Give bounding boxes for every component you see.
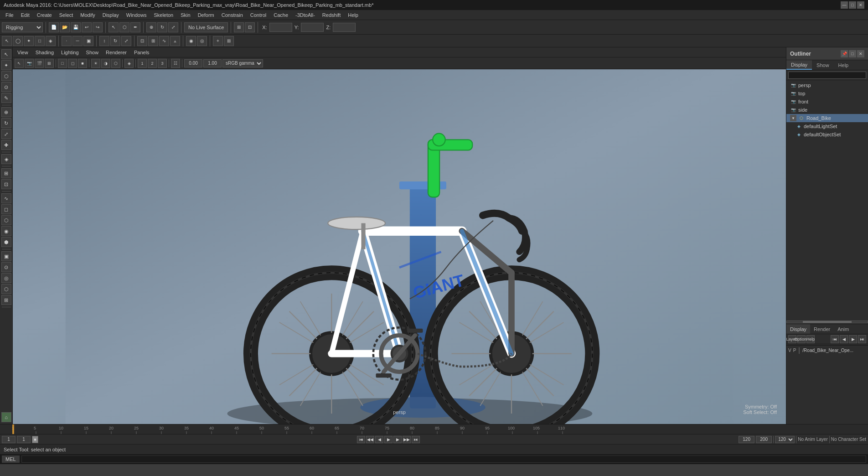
gamma-profile-select[interactable]: sRGB gamma Linear Log bbox=[222, 59, 263, 67]
rotate-button[interactable]: ↻ bbox=[157, 22, 167, 32]
light-button[interactable]: ◎ bbox=[1, 273, 11, 283]
paint-select-button[interactable]: ✦ bbox=[1, 60, 11, 70]
x-input[interactable] bbox=[269, 23, 292, 32]
vertex-select-button[interactable]: · bbox=[62, 36, 72, 46]
new-scene-button[interactable]: 📄 bbox=[49, 22, 59, 32]
play-button[interactable]: ▶ bbox=[384, 436, 393, 443]
open-scene-button[interactable]: 📂 bbox=[60, 22, 70, 32]
deform-button[interactable]: ⬢ bbox=[1, 237, 11, 247]
outliner-tab-display[interactable]: Display bbox=[786, 60, 812, 70]
vp-menu-shading[interactable]: Shading bbox=[33, 49, 57, 56]
menu-select[interactable]: Select bbox=[56, 11, 77, 19]
vp-shadow-btn[interactable]: ◑ bbox=[101, 59, 110, 68]
command-input[interactable] bbox=[21, 455, 866, 463]
snap-to-point-button[interactable]: ⊡ bbox=[137, 36, 147, 46]
next-frame-button[interactable]: ▶▶ bbox=[403, 436, 411, 443]
snap-to-curve-button[interactable]: ∿ bbox=[159, 36, 169, 46]
prev-key-button[interactable]: ⏮ bbox=[357, 436, 365, 443]
menu-windows[interactable]: Windows bbox=[123, 11, 150, 19]
undo-button[interactable]: ↩ bbox=[82, 22, 92, 32]
surface-button[interactable]: ◻ bbox=[1, 204, 11, 214]
rotate-tool-button[interactable]: ↻ bbox=[110, 36, 120, 46]
next-key-button[interactable]: ⏭ bbox=[412, 436, 420, 443]
outliner-item-road-bike[interactable]: ▼ ⬡ Road_Bike bbox=[786, 114, 868, 122]
menu-deform[interactable]: Deform bbox=[194, 11, 218, 19]
step-forward-button[interactable]: ▶ bbox=[393, 436, 402, 443]
lasso-button[interactable]: ⬡ bbox=[1, 71, 11, 81]
save-scene-button[interactable]: 💾 bbox=[71, 22, 81, 32]
vp-menu-renderer[interactable]: Renderer bbox=[103, 49, 129, 56]
vp-res3-btn[interactable]: 3 bbox=[158, 59, 167, 68]
plus-icon-button[interactable]: + bbox=[213, 36, 223, 46]
menu-skeleton[interactable]: Skeleton bbox=[150, 11, 177, 19]
vp-grid-btn[interactable]: ⊞ bbox=[45, 59, 54, 68]
outliner-tab-help[interactable]: Help bbox=[834, 60, 853, 70]
vp-show-all-btn[interactable]: ☷ bbox=[171, 59, 180, 68]
vp-film-btn[interactable]: 🎬 bbox=[35, 59, 44, 68]
vp-res2-btn[interactable]: 2 bbox=[148, 59, 157, 68]
layers-tab-display[interactable]: Display bbox=[786, 324, 810, 334]
move-button[interactable]: ⊕ bbox=[1, 107, 11, 117]
max-frame-input[interactable] bbox=[756, 436, 772, 443]
snap-grid-button[interactable]: ⊡ bbox=[245, 22, 255, 32]
maximize-button[interactable]: □ bbox=[849, 1, 856, 9]
vp-menu-show[interactable]: Show bbox=[83, 49, 102, 56]
show-manipulator-button[interactable]: ⊞ bbox=[1, 168, 11, 178]
outliner-scrollbar[interactable] bbox=[786, 320, 868, 324]
paint-tool-button[interactable]: ✒ bbox=[130, 22, 140, 32]
menu-display[interactable]: Display bbox=[99, 11, 123, 19]
start-frame-input[interactable] bbox=[2, 436, 16, 443]
expand-road-bike-button[interactable]: ▼ bbox=[790, 115, 796, 121]
snap-to-grid-button[interactable]: ⊞ bbox=[148, 36, 158, 46]
outliner-item-lightset[interactable]: ◈ defaultLightSet bbox=[786, 122, 868, 130]
vp-menu-view[interactable]: View bbox=[15, 49, 31, 56]
scroll-paint-button[interactable]: ⊙ bbox=[1, 82, 11, 92]
current-frame-input[interactable] bbox=[17, 436, 31, 443]
render-left-button[interactable]: ▣ bbox=[1, 251, 11, 261]
box-select-button[interactable]: □ bbox=[35, 36, 45, 46]
layers-nav1[interactable]: ⏮ bbox=[831, 335, 839, 343]
layers-nav4[interactable]: ⏭ bbox=[858, 335, 866, 343]
vp-lighting-btn[interactable]: ☀ bbox=[91, 59, 100, 68]
outliner-item-side[interactable]: 📷 side bbox=[786, 106, 868, 114]
paint-mode-button[interactable]: ✦ bbox=[24, 36, 34, 46]
camera-button[interactable]: ⊙ bbox=[1, 262, 11, 272]
arrow-icon-button[interactable]: ⊞ bbox=[224, 36, 234, 46]
y-input[interactable] bbox=[301, 23, 324, 32]
gamma-scale-input[interactable] bbox=[203, 59, 222, 67]
menu-modify[interactable]: Modify bbox=[77, 11, 98, 19]
soft-select-button[interactable]: ◈ bbox=[46, 36, 56, 46]
frame-marker-btn[interactable]: ■ bbox=[32, 436, 38, 443]
layers-nav3[interactable]: ▶ bbox=[849, 335, 857, 343]
outliner-pin-button[interactable]: 📌 bbox=[841, 50, 848, 57]
lasso-tool-button[interactable]: ⬡ bbox=[119, 22, 129, 32]
rotate-left-button[interactable]: ↻ bbox=[1, 118, 11, 128]
outliner-item-objectset[interactable]: ◈ defaultObjectSet bbox=[786, 130, 868, 139]
minimize-button[interactable]: — bbox=[841, 1, 848, 9]
menu-3dtoall[interactable]: -3DtoAll- bbox=[292, 11, 319, 19]
vp-iso-btn[interactable]: ◈ bbox=[124, 59, 134, 68]
layers-tab-render[interactable]: Render bbox=[810, 324, 834, 334]
menu-control[interactable]: Control bbox=[247, 11, 270, 19]
home-button[interactable]: ⌂ bbox=[1, 412, 11, 422]
layers-help-btn2[interactable]: Help bbox=[806, 335, 815, 343]
fps-dropdown[interactable]: 120 60 30 24 bbox=[775, 436, 795, 443]
vp-smooth-btn[interactable]: ◻ bbox=[68, 59, 77, 68]
ipr-button[interactable]: ◎ bbox=[197, 36, 207, 46]
menu-create[interactable]: Create bbox=[33, 11, 56, 19]
vp-wireframe-btn[interactable]: □ bbox=[58, 59, 67, 68]
outliner-float-button[interactable]: □ bbox=[849, 50, 856, 57]
vp-solid-btn[interactable]: ■ bbox=[78, 59, 87, 68]
rigging-left-button[interactable]: ⊞ bbox=[1, 295, 11, 305]
prev-frame-button[interactable]: ◀◀ bbox=[366, 436, 374, 443]
lasso-mode-button[interactable]: ◯ bbox=[13, 36, 23, 46]
scale-button[interactable]: ⤢ bbox=[168, 22, 178, 32]
outliner-close-button[interactable]: ✕ bbox=[857, 50, 864, 57]
layers-nav2[interactable]: ◀ bbox=[840, 335, 848, 343]
select-tool-button[interactable]: ↖ bbox=[108, 22, 119, 32]
vp-menu-panels[interactable]: Panels bbox=[131, 49, 152, 56]
gamma-offset-input[interactable] bbox=[184, 59, 202, 67]
custom-button1[interactable]: ⊡ bbox=[1, 179, 11, 189]
move-tool-button[interactable]: ↕ bbox=[99, 36, 109, 46]
menu-file[interactable]: File bbox=[2, 11, 17, 19]
